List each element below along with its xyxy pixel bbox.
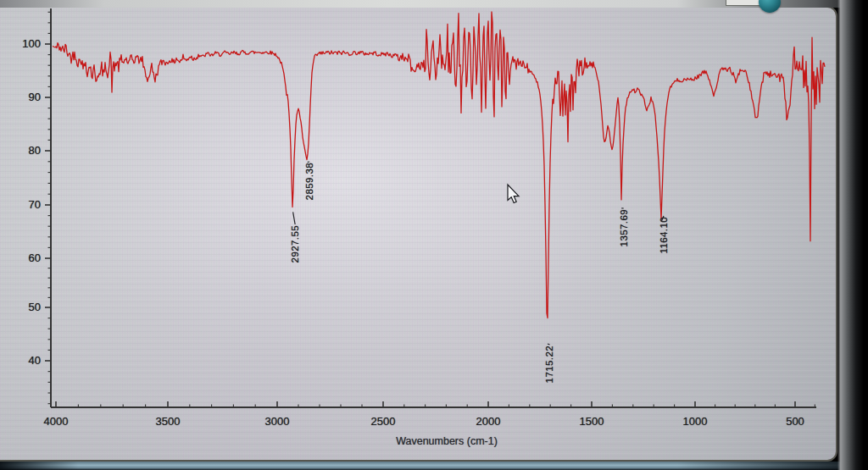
y-tick-label: 40 bbox=[7, 354, 41, 367]
x-tick-label: 500 bbox=[786, 415, 804, 428]
spectrum-panel bbox=[0, 6, 837, 462]
y-tick-label: 100 bbox=[7, 37, 41, 50]
x-tick-label: 1500 bbox=[580, 415, 604, 428]
x-tick-label: 1000 bbox=[683, 415, 708, 428]
y-tick-label: 70 bbox=[7, 198, 41, 211]
peak-label: 2859.38 bbox=[304, 163, 314, 200]
x-tick-label: 2000 bbox=[476, 415, 501, 428]
peak-label: 1357.69 bbox=[619, 209, 629, 246]
x-tick-label: 3500 bbox=[156, 415, 181, 428]
screen-photo: 1009080706050404000350030002500200015001… bbox=[0, 0, 868, 470]
peak-label: 2927.55 bbox=[290, 225, 300, 263]
y-tick-label: 50 bbox=[7, 301, 41, 313]
y-tick-label: 60 bbox=[7, 252, 41, 264]
x-axis-title: Wavenumbers (cm-1) bbox=[383, 435, 510, 447]
y-tick-label: 80 bbox=[7, 144, 41, 157]
window-fragment bbox=[726, 0, 761, 6]
peak-label: 1715.22 bbox=[544, 346, 554, 383]
x-tick-label: 2500 bbox=[371, 415, 396, 428]
y-tick-label: 90 bbox=[7, 91, 41, 103]
bottom-strip bbox=[0, 462, 868, 470]
x-tick-label: 3000 bbox=[265, 415, 290, 428]
monitor-bezel-right bbox=[837, 0, 868, 470]
peak-label: 1164.10 bbox=[659, 217, 669, 254]
x-tick-label: 4000 bbox=[44, 415, 69, 428]
